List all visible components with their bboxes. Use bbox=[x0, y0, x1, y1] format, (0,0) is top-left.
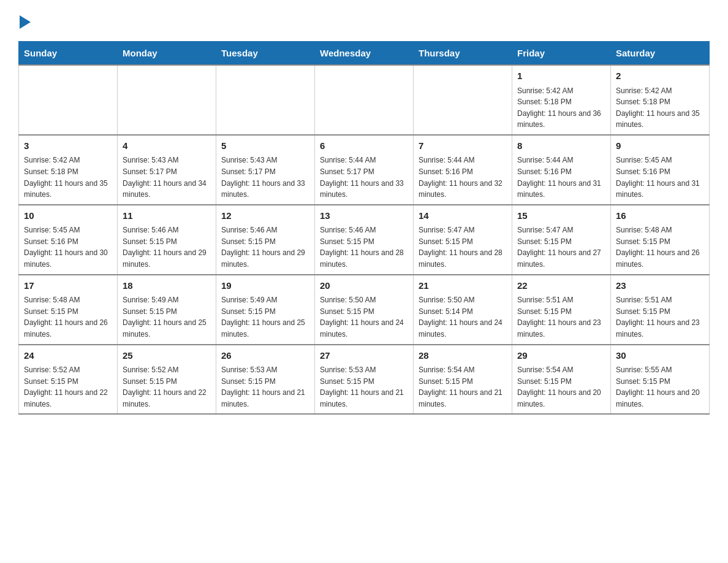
calendar-cell bbox=[118, 65, 216, 135]
day-number: 12 bbox=[221, 209, 309, 223]
day-info: Sunrise: 5:44 AMSunset: 5:17 PMDaylight:… bbox=[320, 155, 408, 200]
day-info: Sunrise: 5:50 AMSunset: 5:15 PMDaylight:… bbox=[320, 294, 408, 340]
day-number: 29 bbox=[517, 349, 605, 363]
day-info: Sunrise: 5:53 AMSunset: 5:15 PMDaylight:… bbox=[221, 364, 309, 410]
page-header bbox=[18, 12, 710, 29]
calendar-cell: 25Sunrise: 5:52 AMSunset: 5:15 PMDayligh… bbox=[118, 345, 216, 415]
calendar-cell bbox=[19, 65, 118, 135]
day-number: 4 bbox=[123, 139, 211, 153]
calendar-week-1: 1Sunrise: 5:42 AMSunset: 5:18 PMDaylight… bbox=[19, 65, 710, 135]
day-number: 24 bbox=[24, 349, 112, 363]
day-info: Sunrise: 5:54 AMSunset: 5:15 PMDaylight:… bbox=[517, 364, 605, 410]
day-number: 16 bbox=[616, 209, 704, 223]
calendar-cell: 10Sunrise: 5:45 AMSunset: 5:16 PMDayligh… bbox=[19, 205, 118, 275]
day-number: 1 bbox=[517, 69, 605, 83]
day-number: 13 bbox=[320, 209, 408, 223]
day-number: 9 bbox=[616, 139, 704, 153]
day-number: 18 bbox=[123, 279, 211, 293]
day-info: Sunrise: 5:51 AMSunset: 5:15 PMDaylight:… bbox=[517, 294, 605, 340]
day-info: Sunrise: 5:43 AMSunset: 5:17 PMDaylight:… bbox=[123, 155, 211, 200]
day-number: 6 bbox=[320, 139, 408, 153]
calendar-cell: 29Sunrise: 5:54 AMSunset: 5:15 PMDayligh… bbox=[512, 345, 611, 415]
day-number: 7 bbox=[419, 139, 507, 153]
day-info: Sunrise: 5:55 AMSunset: 5:15 PMDaylight:… bbox=[616, 364, 704, 410]
calendar-cell: 13Sunrise: 5:46 AMSunset: 5:15 PMDayligh… bbox=[315, 205, 414, 275]
calendar-cell: 11Sunrise: 5:46 AMSunset: 5:15 PMDayligh… bbox=[118, 205, 216, 275]
day-info: Sunrise: 5:45 AMSunset: 5:16 PMDaylight:… bbox=[616, 155, 704, 200]
day-info: Sunrise: 5:49 AMSunset: 5:15 PMDaylight:… bbox=[221, 294, 309, 340]
calendar-cell: 3Sunrise: 5:42 AMSunset: 5:18 PMDaylight… bbox=[19, 135, 118, 205]
day-info: Sunrise: 5:51 AMSunset: 5:15 PMDaylight:… bbox=[616, 294, 704, 340]
day-number: 22 bbox=[517, 279, 605, 293]
calendar-table: SundayMondayTuesdayWednesdayThursdayFrid… bbox=[18, 41, 710, 415]
column-header-friday: Friday bbox=[512, 42, 611, 66]
logo bbox=[18, 12, 31, 29]
day-number: 15 bbox=[517, 209, 605, 223]
calendar-header-row: SundayMondayTuesdayWednesdayThursdayFrid… bbox=[19, 42, 710, 66]
day-info: Sunrise: 5:49 AMSunset: 5:15 PMDaylight:… bbox=[123, 294, 211, 340]
calendar-cell: 28Sunrise: 5:54 AMSunset: 5:15 PMDayligh… bbox=[414, 345, 512, 415]
calendar-cell: 19Sunrise: 5:49 AMSunset: 5:15 PMDayligh… bbox=[216, 275, 315, 345]
day-info: Sunrise: 5:46 AMSunset: 5:15 PMDaylight:… bbox=[221, 224, 309, 270]
calendar-cell: 8Sunrise: 5:44 AMSunset: 5:16 PMDaylight… bbox=[512, 135, 611, 205]
day-info: Sunrise: 5:48 AMSunset: 5:15 PMDaylight:… bbox=[616, 224, 704, 270]
day-info: Sunrise: 5:47 AMSunset: 5:15 PMDaylight:… bbox=[419, 224, 507, 270]
day-info: Sunrise: 5:44 AMSunset: 5:16 PMDaylight:… bbox=[419, 155, 507, 200]
day-number: 30 bbox=[616, 349, 704, 363]
column-header-saturday: Saturday bbox=[611, 42, 710, 66]
day-number: 14 bbox=[419, 209, 507, 223]
day-number: 8 bbox=[517, 139, 605, 153]
day-number: 25 bbox=[123, 349, 211, 363]
svg-marker-0 bbox=[20, 15, 31, 29]
calendar-cell: 1Sunrise: 5:42 AMSunset: 5:18 PMDaylight… bbox=[512, 65, 611, 135]
day-number: 26 bbox=[221, 349, 309, 363]
day-info: Sunrise: 5:46 AMSunset: 5:15 PMDaylight:… bbox=[123, 224, 211, 270]
calendar-cell: 18Sunrise: 5:49 AMSunset: 5:15 PMDayligh… bbox=[118, 275, 216, 345]
column-header-tuesday: Tuesday bbox=[216, 42, 315, 66]
column-header-wednesday: Wednesday bbox=[315, 42, 414, 66]
column-header-thursday: Thursday bbox=[414, 42, 512, 66]
day-info: Sunrise: 5:50 AMSunset: 5:14 PMDaylight:… bbox=[419, 294, 507, 340]
day-number: 5 bbox=[221, 139, 309, 153]
day-number: 21 bbox=[419, 279, 507, 293]
calendar-cell: 20Sunrise: 5:50 AMSunset: 5:15 PMDayligh… bbox=[315, 275, 414, 345]
calendar-cell: 27Sunrise: 5:53 AMSunset: 5:15 PMDayligh… bbox=[315, 345, 414, 415]
calendar-cell: 9Sunrise: 5:45 AMSunset: 5:16 PMDaylight… bbox=[611, 135, 710, 205]
day-number: 2 bbox=[616, 69, 704, 83]
calendar-cell: 6Sunrise: 5:44 AMSunset: 5:17 PMDaylight… bbox=[315, 135, 414, 205]
calendar-cell: 14Sunrise: 5:47 AMSunset: 5:15 PMDayligh… bbox=[414, 205, 512, 275]
calendar-cell bbox=[315, 65, 414, 135]
calendar-cell: 17Sunrise: 5:48 AMSunset: 5:15 PMDayligh… bbox=[19, 275, 118, 345]
calendar-cell bbox=[216, 65, 315, 135]
day-number: 27 bbox=[320, 349, 408, 363]
day-info: Sunrise: 5:52 AMSunset: 5:15 PMDaylight:… bbox=[123, 364, 211, 410]
calendar-week-4: 17Sunrise: 5:48 AMSunset: 5:15 PMDayligh… bbox=[19, 275, 710, 345]
calendar-week-2: 3Sunrise: 5:42 AMSunset: 5:18 PMDaylight… bbox=[19, 135, 710, 205]
day-info: Sunrise: 5:42 AMSunset: 5:18 PMDaylight:… bbox=[24, 155, 112, 200]
day-number: 19 bbox=[221, 279, 309, 293]
day-number: 28 bbox=[419, 349, 507, 363]
calendar-cell: 23Sunrise: 5:51 AMSunset: 5:15 PMDayligh… bbox=[611, 275, 710, 345]
calendar-cell: 26Sunrise: 5:53 AMSunset: 5:15 PMDayligh… bbox=[216, 345, 315, 415]
day-info: Sunrise: 5:54 AMSunset: 5:15 PMDaylight:… bbox=[419, 364, 507, 410]
day-number: 23 bbox=[616, 279, 704, 293]
logo-triangle-icon bbox=[20, 15, 31, 29]
column-header-sunday: Sunday bbox=[19, 42, 118, 66]
calendar-cell: 24Sunrise: 5:52 AMSunset: 5:15 PMDayligh… bbox=[19, 345, 118, 415]
day-info: Sunrise: 5:45 AMSunset: 5:16 PMDaylight:… bbox=[24, 224, 112, 270]
calendar-cell: 5Sunrise: 5:43 AMSunset: 5:17 PMDaylight… bbox=[216, 135, 315, 205]
calendar-cell bbox=[414, 65, 512, 135]
day-info: Sunrise: 5:44 AMSunset: 5:16 PMDaylight:… bbox=[517, 155, 605, 200]
calendar-week-3: 10Sunrise: 5:45 AMSunset: 5:16 PMDayligh… bbox=[19, 205, 710, 275]
day-info: Sunrise: 5:47 AMSunset: 5:15 PMDaylight:… bbox=[517, 224, 605, 270]
day-info: Sunrise: 5:42 AMSunset: 5:18 PMDaylight:… bbox=[616, 85, 704, 131]
day-info: Sunrise: 5:53 AMSunset: 5:15 PMDaylight:… bbox=[320, 364, 408, 410]
calendar-week-5: 24Sunrise: 5:52 AMSunset: 5:15 PMDayligh… bbox=[19, 345, 710, 415]
column-header-monday: Monday bbox=[118, 42, 216, 66]
day-info: Sunrise: 5:43 AMSunset: 5:17 PMDaylight:… bbox=[221, 155, 309, 200]
day-number: 11 bbox=[123, 209, 211, 223]
calendar-cell: 2Sunrise: 5:42 AMSunset: 5:18 PMDaylight… bbox=[611, 65, 710, 135]
calendar-cell: 7Sunrise: 5:44 AMSunset: 5:16 PMDaylight… bbox=[414, 135, 512, 205]
calendar-cell: 22Sunrise: 5:51 AMSunset: 5:15 PMDayligh… bbox=[512, 275, 611, 345]
calendar-cell: 4Sunrise: 5:43 AMSunset: 5:17 PMDaylight… bbox=[118, 135, 216, 205]
